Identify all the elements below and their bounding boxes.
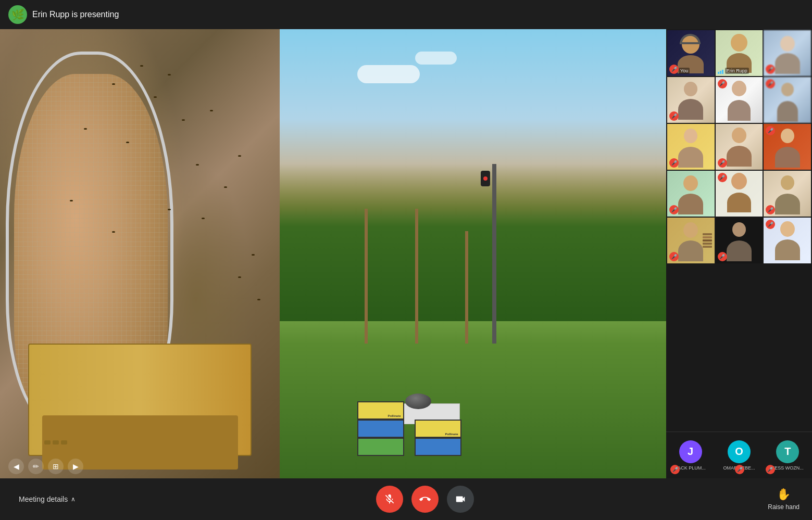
raise-hand-label: Raise hand bbox=[768, 503, 799, 511]
mute-badge-5: 🎤 bbox=[718, 79, 727, 88]
label-tess: TESS WOZN... bbox=[772, 465, 804, 471]
avatar-tess: T bbox=[776, 440, 799, 463]
presentation-area: Pollinate Pollinate ◀ ✏ bbox=[0, 29, 666, 478]
label-jack: JACK PLUM... bbox=[676, 465, 706, 471]
draw-button[interactable]: ✏ bbox=[28, 459, 44, 474]
participant-tile-15: 🎤 bbox=[764, 218, 811, 263]
mute-badge-tess: 🎤 bbox=[766, 465, 775, 474]
slide-controls: ◀ ✏ ⊞ ▶ bbox=[8, 459, 83, 474]
participants-panel: 🎤 You Erin Rupp 🎤 bbox=[666, 29, 812, 478]
mute-badge-14: 🎤 bbox=[718, 252, 727, 261]
video-button[interactable] bbox=[447, 486, 474, 513]
participant-tile-14: 🎤 bbox=[716, 218, 763, 263]
mute-badge-11: 🎤 bbox=[718, 173, 727, 182]
meeting-details-label: Meeting details bbox=[19, 495, 68, 503]
audio-participants-bar: J 🎤 JACK PLUM... O 🎤 OMAR KEBE... T 🎤 TE… bbox=[666, 432, 812, 478]
end-call-icon bbox=[419, 493, 431, 505]
participant-tile-4: 🎤 bbox=[667, 77, 715, 123]
participant-grid: 🎤 You Erin Rupp 🎤 bbox=[666, 29, 812, 264]
center-controls bbox=[376, 486, 474, 513]
top-bar: 🌿 Erin Rupp is presenting bbox=[0, 0, 812, 29]
participant-tile-you: 🎤 You bbox=[667, 30, 715, 76]
participant-tile-10: 🎤 bbox=[667, 171, 715, 217]
audio-tile-jack: J 🎤 JACK PLUM... bbox=[666, 432, 715, 478]
presentation-slide: Pollinate Pollinate ◀ ✏ bbox=[0, 29, 666, 478]
audio-tile-omar: O 🎤 OMAR KEBE... bbox=[715, 432, 763, 478]
next-slide-button[interactable]: ▶ bbox=[68, 459, 83, 474]
participant-label-you: You bbox=[679, 68, 690, 74]
presenter-name: Erin Rupp is presenting bbox=[32, 10, 119, 19]
presenter-avatar: 🌿 bbox=[8, 5, 27, 24]
prev-slide-button[interactable]: ◀ bbox=[8, 459, 24, 474]
participant-tile-3: 🎤 bbox=[764, 30, 811, 76]
participant-label-erin: Erin Rupp bbox=[725, 68, 749, 74]
mute-badge-10: 🎤 bbox=[669, 205, 679, 214]
participant-tile-11: 🎤 bbox=[716, 171, 763, 217]
mute-badge-7: 🎤 bbox=[669, 158, 679, 168]
leaf-icon: 🌿 bbox=[11, 8, 24, 21]
audio-tile-tess: T 🎤 TESS WOZN... bbox=[764, 432, 812, 478]
participant-tile-8: 🎤 bbox=[716, 124, 763, 170]
mute-badge-13: 🎤 bbox=[669, 252, 679, 261]
beekeeper-image bbox=[0, 29, 280, 478]
end-call-button[interactable] bbox=[411, 486, 439, 513]
participant-tile-7: 🎤 bbox=[667, 124, 715, 170]
participant-tile-12: 🎤 bbox=[764, 171, 811, 217]
participant-tile-5: 🎤 bbox=[716, 77, 763, 123]
avatar-omar: O bbox=[728, 440, 751, 463]
participant-tile-erin: Erin Rupp bbox=[716, 30, 763, 76]
mute-badge-omar: 🎤 bbox=[735, 465, 744, 474]
mute-badge-4: 🎤 bbox=[669, 111, 679, 121]
mute-badge-8: 🎤 bbox=[718, 158, 727, 168]
chevron-up-icon: ∧ bbox=[71, 496, 76, 503]
mute-button[interactable] bbox=[376, 486, 403, 513]
raise-hand-button[interactable]: ✋ Raise hand bbox=[768, 488, 799, 511]
participant-tile-6: 🎤 bbox=[764, 77, 811, 123]
mute-badge-you: 🎤 bbox=[669, 65, 679, 74]
meeting-details-button[interactable]: Meeting details ∧ bbox=[13, 491, 82, 508]
avatar-jack: J bbox=[679, 440, 702, 463]
raise-hand-icon: ✋ bbox=[777, 488, 791, 501]
layout-button[interactable]: ⊞ bbox=[48, 459, 64, 474]
bottom-toolbar: Meeting details ∧ ✋ Raise hand bbox=[0, 478, 812, 520]
mute-badge-jack: 🎤 bbox=[670, 465, 680, 474]
mic-off-icon bbox=[384, 493, 395, 505]
participant-tile-9: 🎤 bbox=[764, 124, 811, 170]
video-camera-icon bbox=[455, 493, 466, 505]
participant-tile-13: 🎤 bbox=[667, 218, 715, 263]
hive-scene: Pollinate Pollinate bbox=[280, 29, 666, 478]
